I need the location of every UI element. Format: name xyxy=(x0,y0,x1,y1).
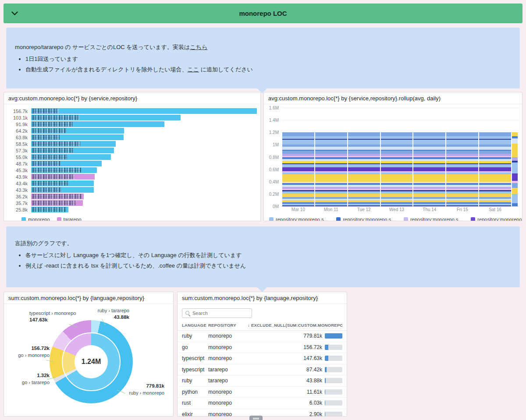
cell-language: typescript xyxy=(182,367,208,373)
legend-swatch xyxy=(471,217,475,222)
table-row[interactable]: elixirmonorepo2.90k xyxy=(178,409,347,417)
stack-segment xyxy=(479,140,511,145)
note-line: monorepo/tararepo の サービスごとのLOC を送っています。実… xyxy=(15,43,511,51)
callout-name: ruby › monorepo xyxy=(125,390,164,396)
bar-monorepo[interactable] xyxy=(31,167,97,173)
column-value[interactable]: ↓EXCLUDE_NULL(SUM:CUSTOM.MONOREPO.LOC(… xyxy=(248,323,342,328)
table-header[interactable]: LANGUAGE REPOSITORY ↓EXCLUDE_NULL(SUM:CU… xyxy=(178,321,347,331)
stacked-bar-day[interactable] xyxy=(479,132,511,206)
bar-monorepo[interactable] xyxy=(31,154,111,160)
table-row[interactable]: rubymonorepo779.81k xyxy=(178,331,347,342)
stack-segment xyxy=(446,147,478,150)
bar-monorepo[interactable] xyxy=(31,134,124,140)
bar-monorepo[interactable] xyxy=(31,115,181,120)
cell-drag-handle[interactable] xyxy=(249,416,263,420)
stack-segment xyxy=(413,167,445,171)
value-bar-fill xyxy=(325,378,326,383)
bar-monorepo[interactable] xyxy=(31,128,124,134)
note-bullet-text: 1日1回送っています xyxy=(25,56,78,62)
table-row[interactable]: typescriptmonorepo147.63k xyxy=(178,353,347,364)
stacked-bar-day[interactable] xyxy=(446,132,478,206)
value-bar-fill xyxy=(325,345,328,350)
bar-value-label: 64.2k xyxy=(8,128,28,134)
note-bullet: 1日1回送っています xyxy=(25,55,511,63)
stacked-bar-day[interactable] xyxy=(282,132,314,206)
legend-item[interactable]: repository:monorepo,s… xyxy=(336,217,395,222)
legend-item[interactable]: tararepo xyxy=(57,217,82,221)
collapse-chevron-icon[interactable] xyxy=(11,11,18,16)
markdown-note-services: monorepo/tararepo の サービスごとのLOC を送っています。実… xyxy=(6,28,520,88)
y-axis-label: 1.4M xyxy=(269,118,279,123)
legend-item[interactable]: repository:monorepo,s… xyxy=(404,217,463,222)
table-row[interactable]: rustmonorepo6.03k xyxy=(178,398,347,409)
stack-segment xyxy=(479,194,511,197)
bar-value-label: 43.9k xyxy=(8,174,28,180)
stack-segment xyxy=(446,205,478,206)
stacked-bar-day[interactable] xyxy=(315,132,347,206)
stack-segment xyxy=(315,167,347,171)
bar-value-label: 103.1k xyxy=(8,115,28,120)
cell-repository: monorepo xyxy=(208,411,248,416)
search-input[interactable] xyxy=(182,308,252,318)
bar-monorepo[interactable] xyxy=(31,148,114,153)
cell-repository: monorepo xyxy=(208,389,248,395)
bar-row: 91.9k xyxy=(8,121,257,127)
table-row[interactable]: gomonorepo156.72k xyxy=(178,342,347,353)
bar-monorepo[interactable] xyxy=(31,207,68,212)
legend-item[interactable]: repository:monorepo,s… xyxy=(269,217,328,222)
x-axis-label: Fri 15 xyxy=(446,207,478,212)
legend-item[interactable]: monorepo xyxy=(21,217,50,221)
stacked-bar-day[interactable] xyxy=(348,132,380,206)
bar-tararepo[interactable] xyxy=(31,194,84,199)
sort-descending-icon[interactable]: ↓ xyxy=(248,323,250,328)
table-row[interactable]: rubytararepo43.88k xyxy=(178,375,347,387)
bar-monorepo[interactable] xyxy=(31,141,116,147)
bar-tararepo[interactable] xyxy=(31,174,95,180)
implementation-link[interactable]: こちら xyxy=(190,44,207,50)
bar-row: 58.5k xyxy=(8,141,257,147)
bar-monorepo[interactable] xyxy=(31,180,94,186)
bar-row: 25.8k xyxy=(8,206,257,213)
stack-segment xyxy=(413,205,445,206)
redacted-service-name xyxy=(32,168,81,173)
bar-monorepo[interactable] xyxy=(31,161,102,166)
x-axis-label: Thu 14 xyxy=(413,207,445,212)
y-axis-label: 1.2M xyxy=(269,130,279,135)
cell-value: 779.81k xyxy=(248,333,342,339)
table-row[interactable]: pythonmonorepo11.61k xyxy=(178,387,347,398)
y-axis: 1.6M1.4M1.2M1M0.8M0.6M0.4M0.2M0M xyxy=(267,108,281,206)
bar-row: 63.8k xyxy=(8,134,257,141)
donut-callout: ruby › tararepo43.88k xyxy=(91,307,129,321)
bar-tararepo[interactable] xyxy=(31,200,83,206)
stack-segment xyxy=(381,164,413,167)
bar-value-label: 35.7k xyxy=(8,201,28,206)
value-bar-track xyxy=(325,389,342,395)
exclude-config-link[interactable]: ここ xyxy=(187,66,199,73)
bar-value-label: 58.5k xyxy=(8,141,28,147)
bar-monorepo[interactable] xyxy=(31,187,94,193)
stacked-bar-day[interactable] xyxy=(381,132,413,206)
cell-language: typescript xyxy=(182,355,208,361)
note-bullet: 例えば -react に含まれる tsx を計測しているため、.coffee の… xyxy=(25,262,511,270)
stacked-bar-day[interactable] xyxy=(413,132,445,206)
legend-item[interactable]: repository:monorepo,s… xyxy=(471,217,522,222)
column-language[interactable]: LANGUAGE xyxy=(182,323,208,328)
stack-segment xyxy=(381,167,413,171)
charts-row-languages: sum:custom.monorepo.loc{*} by {language,… xyxy=(4,292,522,416)
bar-monorepo[interactable] xyxy=(31,108,257,114)
cell-value-number: 87.42k xyxy=(306,367,322,373)
table-row[interactable]: typescripttararepo87.42k xyxy=(178,364,347,376)
stack-segment xyxy=(348,147,380,150)
stack-segment xyxy=(413,164,445,167)
cell-value: 87.42k xyxy=(248,367,342,373)
stack-segment xyxy=(479,164,511,167)
callout-value: 147.63k xyxy=(29,317,76,324)
column-repository[interactable]: REPOSITORY xyxy=(208,323,248,328)
search-field[interactable] xyxy=(192,311,249,316)
section-header[interactable]: monorepo LOC xyxy=(4,4,522,23)
stacked-bar-day[interactable] xyxy=(512,132,518,206)
stack-segment xyxy=(282,147,314,150)
legend-swatch xyxy=(336,217,341,222)
bar-monorepo[interactable] xyxy=(31,121,164,127)
bar-value-label: 57.3k xyxy=(8,148,28,153)
